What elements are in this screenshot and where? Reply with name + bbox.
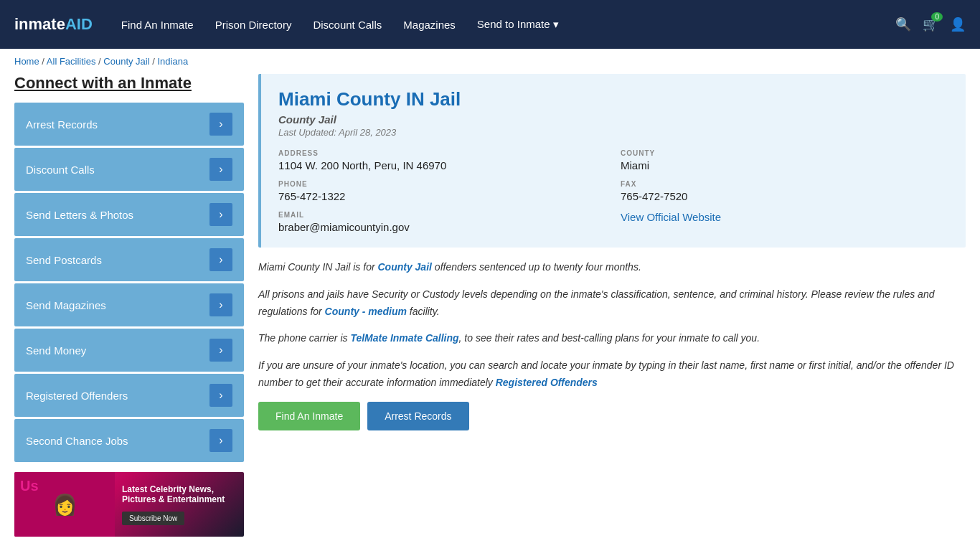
fax-label: FAX [621, 180, 948, 188]
breadcrumb-state[interactable]: Indiana [157, 56, 188, 67]
breadcrumb-county-jail[interactable]: County Jail [103, 56, 149, 67]
main-nav: Find An Inmate Prison Directory Discount… [121, 18, 895, 31]
address-block: ADDRESS 1104 W. 200 North, Peru, IN 4697… [278, 149, 606, 171]
desc-para-4: If you are unsure of your inmate's locat… [258, 357, 966, 392]
telmate-link[interactable]: TelMate Inmate Calling [350, 332, 458, 344]
sidebar-menu: Arrest Records › Discount Calls › Send L… [14, 103, 244, 462]
sidebar-item-second-chance-jobs[interactable]: Second Chance Jobs › [14, 419, 244, 462]
facility-last-updated: Last Updated: April 28, 2023 [278, 127, 948, 138]
cart-icon[interactable]: 🛒 0 [923, 17, 938, 32]
sidebar-title: Connect with an Inmate [14, 74, 244, 93]
email-block: EMAIL braber@miamicountyin.gov [278, 211, 606, 233]
view-official-website-link[interactable]: View Official Website [621, 211, 721, 223]
arrow-icon: › [209, 113, 232, 136]
arrow-icon: › [209, 203, 232, 226]
address-value: 1104 W. 200 North, Peru, IN 46970 [278, 159, 606, 171]
cart-badge: 0 [931, 12, 943, 22]
email-value: braber@miamicountyin.gov [278, 221, 606, 233]
nav-discount-calls[interactable]: Discount Calls [313, 19, 382, 31]
registered-offenders-link[interactable]: Registered Offenders [496, 377, 598, 388]
breadcrumb-all-facilities[interactable]: All Facilities [47, 56, 96, 67]
nav-prison-directory[interactable]: Prison Directory [215, 19, 292, 31]
ad-text-block: Latest Celebrity News, Pictures & Entert… [115, 479, 244, 531]
sidebar-item-arrest-records[interactable]: Arrest Records › [14, 103, 244, 146]
address-label: ADDRESS [278, 149, 606, 157]
header-right: 🔍 🛒 0 👤 [895, 17, 966, 32]
county-medium-link[interactable]: County - medium [325, 306, 407, 317]
find-inmate-button[interactable]: Find An Inmate [258, 402, 360, 430]
nav-find-inmate[interactable]: Find An Inmate [121, 19, 194, 31]
sidebar-item-send-magazines[interactable]: Send Magazines › [14, 283, 244, 326]
desc-para-3: The phone carrier is TelMate Inmate Call… [258, 330, 966, 347]
ad-subscribe-button[interactable]: Subscribe Now [122, 512, 184, 525]
arrow-icon: › [209, 248, 232, 271]
phone-block: PHONE 765-472-1322 [278, 180, 606, 202]
breadcrumb: Home / All Facilities / County Jail / In… [0, 49, 980, 74]
sidebar-item-send-letters[interactable]: Send Letters & Photos › [14, 193, 244, 236]
phone-value: 765-472-1322 [278, 190, 606, 202]
sidebar-item-send-money[interactable]: Send Money › [14, 329, 244, 372]
fax-value: 765-472-7520 [621, 190, 948, 202]
sidebar-item-discount-calls[interactable]: Discount Calls › [14, 148, 244, 191]
fax-block: FAX 765-472-7520 [621, 180, 948, 202]
desc-para-2: All prisons and jails have Security or C… [258, 286, 966, 321]
bottom-buttons: Find An Inmate Arrest Records [258, 402, 966, 430]
website-block: View Official Website [621, 211, 948, 233]
logo[interactable]: inmateAID [14, 15, 93, 34]
nav-send-to-inmate[interactable]: Send to Inmate ▾ [477, 18, 559, 31]
facility-info-grid: ADDRESS 1104 W. 200 North, Peru, IN 4697… [278, 149, 948, 233]
ad-title: Latest Celebrity News, Pictures & Entert… [122, 484, 237, 504]
arrow-icon: › [209, 293, 232, 316]
email-label: EMAIL [278, 211, 606, 219]
county-jail-link[interactable]: County Jail [377, 261, 431, 273]
county-value: Miami [621, 159, 948, 171]
phone-label: PHONE [278, 180, 606, 188]
main-content: Miami County IN Jail County Jail Last Up… [258, 74, 966, 537]
facility-name: Miami County IN Jail [278, 88, 948, 110]
sidebar: Connect with an Inmate Arrest Records › … [14, 74, 244, 537]
advertisement: 👩 Us Latest Celebrity News, Pictures & E… [14, 472, 244, 537]
arrest-records-button[interactable]: Arrest Records [367, 402, 468, 430]
county-label: COUNTY [621, 149, 948, 157]
arrow-icon: › [209, 429, 232, 452]
arrow-icon: › [209, 384, 232, 407]
logo-text: inmateAID [14, 15, 93, 34]
arrow-icon: › [209, 339, 232, 362]
ad-image: 👩 Us [14, 472, 115, 537]
search-icon[interactable]: 🔍 [895, 17, 911, 32]
facility-type: County Jail [278, 113, 948, 126]
nav-magazines[interactable]: Magazines [403, 19, 456, 31]
sidebar-item-send-postcards[interactable]: Send Postcards › [14, 238, 244, 281]
facility-card: Miami County IN Jail County Jail Last Up… [258, 74, 966, 248]
facility-description: Miami County IN Jail is for County Jail … [258, 259, 966, 392]
user-icon[interactable]: 👤 [950, 17, 966, 32]
arrow-icon: › [209, 158, 232, 181]
main-layout: Connect with an Inmate Arrest Records › … [0, 74, 980, 551]
sidebar-item-registered-offenders[interactable]: Registered Offenders › [14, 374, 244, 417]
breadcrumb-home[interactable]: Home [14, 56, 39, 67]
header: inmateAID Find An Inmate Prison Director… [0, 0, 980, 49]
county-block: COUNTY Miami [621, 149, 948, 171]
desc-para-1: Miami County IN Jail is for County Jail … [258, 259, 966, 276]
